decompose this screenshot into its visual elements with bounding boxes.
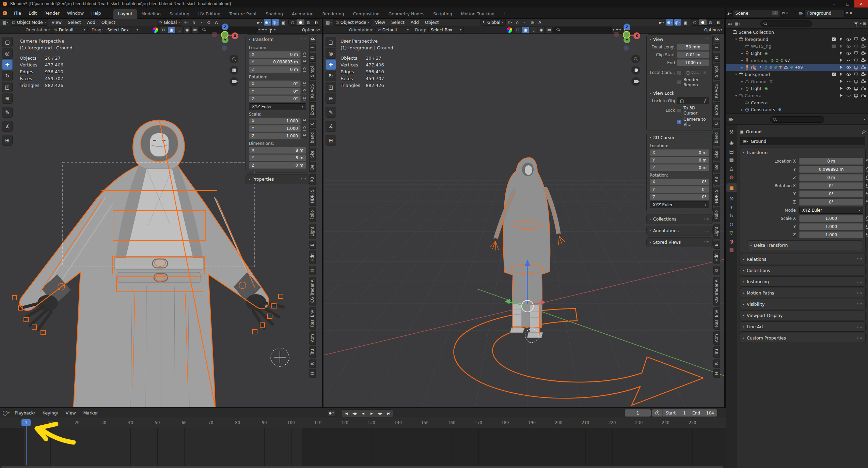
lock-icon[interactable] bbox=[303, 91, 306, 93]
cursor-location-x-field[interactable]: X0 m bbox=[650, 149, 709, 156]
view-layer-icon[interactable]: ▦▾ bbox=[799, 11, 803, 15]
snap-target-icon[interactable]: ▾ bbox=[198, 19, 205, 26]
lock-icon[interactable] bbox=[303, 135, 306, 138]
sidebar-tab-atm[interactable]: Atm bbox=[309, 331, 316, 345]
properties-tab-particles[interactable]: ∗ bbox=[726, 203, 737, 211]
transform-orientation-dropdown[interactable]: ↻Global▾ bbox=[157, 19, 183, 26]
tool-scale-button[interactable]: ◰ bbox=[326, 82, 336, 92]
outliner-row-background[interactable]: ▾background✓ bbox=[726, 71, 868, 78]
show-gizmo-context-icon[interactable]: ►▾ bbox=[256, 19, 263, 26]
dimensions-y-field[interactable]: Y8 m bbox=[249, 154, 306, 161]
gizmos-toggle-icon[interactable]: ⊕▾ bbox=[264, 19, 271, 26]
pointer-toggle-icon[interactable] bbox=[838, 86, 843, 91]
scale-x-field[interactable]: X1.000 bbox=[249, 118, 301, 124]
outliner-row-ground[interactable]: ▸Ground▽ bbox=[726, 78, 868, 85]
scale-z-field[interactable]: Z1.000 bbox=[249, 133, 301, 139]
camera-to-view-checkbox[interactable]: ✓ bbox=[677, 120, 681, 124]
camera-toggle-icon[interactable] bbox=[861, 58, 866, 63]
sidebar-tab-folio[interactable]: Folio bbox=[713, 208, 720, 222]
view-lock-subpanel-header[interactable]: ▾View Lock bbox=[647, 89, 712, 97]
pointer-toggle-icon[interactable] bbox=[838, 58, 843, 63]
eye-toggle-icon[interactable] bbox=[846, 37, 851, 42]
location-z-field[interactable]: Z0 m bbox=[249, 66, 301, 73]
shading-material-preview-icon[interactable]: ◍ bbox=[304, 19, 312, 25]
screen-toggle-icon[interactable] bbox=[853, 72, 858, 77]
lock-icon[interactable] bbox=[303, 83, 306, 86]
properties-tab-physics[interactable]: ↻ bbox=[726, 211, 737, 220]
properties-panel-collections[interactable]: ▸Collections∷∷ bbox=[740, 266, 865, 275]
eye-toggle-icon[interactable] bbox=[846, 44, 851, 49]
sidebar-tab-i[interactable]: I bbox=[713, 44, 720, 51]
properties-tab-modifiers[interactable]: ⚒ bbox=[726, 194, 737, 203]
property-field[interactable]: XYZ Euler▾ bbox=[799, 207, 863, 214]
sidebar-tab-p[interactable]: p bbox=[309, 35, 316, 43]
eye-toggle-icon[interactable] bbox=[846, 86, 851, 91]
xray-toggle-icon[interactable]: ▣ bbox=[280, 19, 287, 26]
pointer-toggle-icon[interactable] bbox=[838, 37, 843, 42]
panel-collapsed-collections[interactable]: ▸Collections∷∷ bbox=[647, 214, 712, 224]
shading-solid-icon[interactable]: ● bbox=[297, 19, 304, 25]
to-3d-cursor-checkbox[interactable] bbox=[677, 108, 681, 113]
delta-transform-panel[interactable]: ▸Delta Transform bbox=[747, 241, 863, 250]
setting-field[interactable]: 1000 m bbox=[677, 59, 709, 66]
axis-X-handle[interactable]: X bbox=[232, 32, 238, 39]
timeline-menu-marker[interactable]: Marker bbox=[80, 409, 102, 417]
pointer-toggle-icon[interactable] bbox=[838, 51, 843, 56]
axis-Z-handle[interactable]: Z bbox=[624, 24, 630, 30]
lock-icon[interactable] bbox=[303, 128, 306, 131]
drag-dropdown[interactable]: Select Box▾ bbox=[428, 27, 464, 33]
topbar-menu-window[interactable]: Window bbox=[63, 9, 88, 17]
eye-toggle-icon[interactable] bbox=[846, 51, 851, 56]
location-y-field[interactable]: Y0.098893 m bbox=[249, 59, 301, 65]
workspace-tab-geometry-nodes[interactable]: Geometry Nodes bbox=[384, 9, 429, 19]
lock-icon[interactable] bbox=[866, 226, 868, 229]
options-dropdown[interactable]: Options▾ bbox=[704, 27, 723, 33]
lock-icon[interactable] bbox=[303, 120, 306, 123]
lock-icon[interactable] bbox=[866, 193, 868, 196]
dimensions-x-field[interactable]: X8 m bbox=[249, 147, 306, 154]
property-field[interactable]: 0.098893 m bbox=[799, 166, 863, 173]
snap-target-icon[interactable]: ▾ bbox=[521, 19, 528, 26]
disclosure-icon[interactable]: ▸ bbox=[740, 87, 744, 90]
lock-icon[interactable] bbox=[866, 161, 868, 163]
topbar-menu-file[interactable]: File bbox=[10, 9, 25, 17]
overlays-toggle-icon[interactable]: ◎▾ bbox=[674, 19, 681, 26]
sidebar-tab-cg-trader-a[interactable]: CG Trader A bbox=[713, 277, 720, 305]
pointer-toggle-icon[interactable] bbox=[838, 65, 843, 70]
view-layer-name-field[interactable]: Foreground bbox=[804, 9, 845, 17]
play-reverse-button[interactable]: ◀ bbox=[359, 410, 367, 417]
workspace-tab-shading[interactable]: Shading bbox=[261, 9, 287, 19]
cursor-rotation-mode-dropdown[interactable]: XYZ Euler▾ bbox=[650, 201, 709, 208]
scene-name-field[interactable]: Scene 2 bbox=[732, 9, 781, 17]
tool-annotate-button[interactable]: ✎ bbox=[326, 107, 336, 118]
properties-panel-motion-paths[interactable]: ▸Motion Paths∷∷ bbox=[740, 288, 865, 298]
auto-keying-button[interactable]: ●▾ bbox=[328, 409, 335, 417]
properties-tab-material[interactable]: ◑ bbox=[726, 237, 737, 245]
sidebar-tab-k[interactable]: K bbox=[713, 360, 720, 368]
topbar-menu-render[interactable]: Render bbox=[41, 9, 63, 17]
view-panel-header[interactable]: ▾View∷∷ bbox=[647, 35, 712, 44]
cursor-location-z-field[interactable]: Z0 m bbox=[650, 164, 709, 171]
axis-X-handle[interactable]: X bbox=[633, 32, 640, 39]
next-keyframe-button[interactable]: ◆▶ bbox=[376, 410, 384, 417]
property-field[interactable]: 0 m bbox=[799, 174, 863, 181]
lock-icon[interactable] bbox=[866, 201, 868, 204]
disclosure-icon[interactable]: ▸ bbox=[740, 80, 744, 83]
outliner-item-name[interactable]: Light bbox=[751, 51, 761, 56]
disclosure-icon[interactable]: ▸ bbox=[740, 66, 744, 69]
sidebar-tab-cg-trader-a[interactable]: CG Trader A bbox=[309, 277, 316, 305]
sidebar-tab-blend[interactable]: blend bbox=[713, 130, 720, 146]
eyeclosed-toggle-icon[interactable] bbox=[846, 79, 851, 84]
sidebar-tab-ki[interactable]: KI bbox=[713, 266, 720, 275]
eyeclosed-toggle-icon[interactable] bbox=[846, 93, 851, 98]
transform-panel-header[interactable]: ▾Transform∷∷ bbox=[246, 35, 309, 44]
lock-icon[interactable] bbox=[866, 218, 868, 221]
property-field[interactable]: 1.000 bbox=[799, 215, 863, 222]
editor-type-icon[interactable]: ▤▾ bbox=[728, 117, 733, 122]
sidebar-tab-real-env[interactable]: Real Env bbox=[713, 307, 720, 330]
timeline-tracks[interactable] bbox=[0, 428, 726, 466]
transform-orientation-dropdown[interactable]: ↻Global▾ bbox=[480, 19, 506, 26]
sidebar-tab-light[interactable]: Light bbox=[309, 224, 316, 239]
tool-select-box-icon[interactable]: ▣ bbox=[168, 27, 175, 33]
properties-tab-object[interactable]: ■ bbox=[726, 183, 737, 192]
